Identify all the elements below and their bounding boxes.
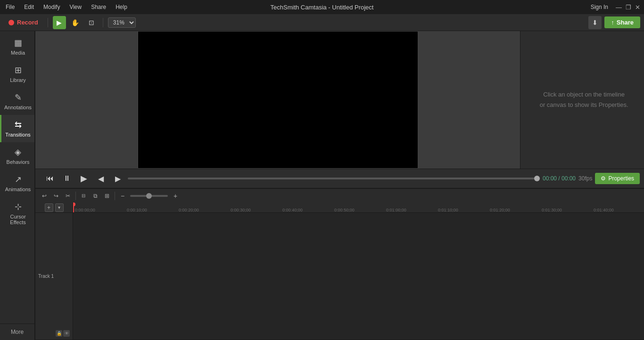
track-name: Track 1	[38, 274, 54, 279]
timeline-ruler: 0:00:00;00 0:00:10;00 0:00:20;00 0:00:30…	[73, 202, 644, 213]
zoom-out-button[interactable]: −	[117, 191, 128, 201]
copy-button[interactable]: ⧉	[90, 191, 100, 201]
ruler-marks: 0:00:00;00 0:00:10;00 0:00:20;00 0:00:30…	[75, 202, 644, 212]
play-button[interactable]: ▶	[77, 171, 91, 186]
ruler-mark-6: 0:01:00;00	[386, 208, 438, 212]
sidebar-item-transitions[interactable]: ⇆ Transitions	[0, 115, 34, 142]
toolbar-separator-2	[103, 18, 103, 27]
annotations-icon: ✎	[15, 92, 22, 103]
sidebar-item-annotations[interactable]: ✎ Annotations	[0, 88, 34, 115]
ruler-mark-2: 0:00:20;00	[179, 208, 231, 212]
menu-edit[interactable]: Edit	[22, 3, 36, 11]
properties-hint-line1: Click an object on the timeline	[543, 91, 625, 98]
menu-view[interactable]: View	[67, 3, 83, 11]
ruler-mark-3: 0:00:30;00	[231, 208, 282, 212]
toolbar-separator-1	[48, 18, 48, 27]
timeline: + ▾ Track 1 🔒 👁 0:00:00;00 0:00:10;00 0:…	[35, 202, 644, 340]
zoom-in-button[interactable]: +	[170, 191, 181, 201]
canvas-wrapper	[138, 31, 418, 169]
ruler-mark-0: 0:00:00;00	[75, 208, 127, 212]
menu-bar: File Edit Modify View Share Help	[4, 3, 129, 11]
menu-share[interactable]: Share	[89, 3, 108, 11]
track-labels-column: + ▾ Track 1 🔒 👁	[35, 202, 73, 340]
timeline-sep-2	[115, 192, 115, 200]
sidebar-behaviors-label: Behaviors	[7, 159, 30, 165]
sidebar-media-label: Media	[11, 50, 25, 56]
undo-button[interactable]: ↩	[39, 191, 50, 201]
sidebar-item-media[interactable]: ▦ Media	[0, 33, 34, 60]
properties-hint: Click an object on the timeline or canva…	[530, 80, 638, 120]
sign-in-button[interactable]: Sign In	[591, 4, 608, 10]
track-lock-button[interactable]: 🔒	[56, 330, 62, 337]
playback-controls: ⏮ ⏸ ▶ ◀ ▶ 00:00 / 00:00 30fps ⚙ Properti…	[35, 169, 644, 188]
redo-button[interactable]: ↪	[51, 191, 61, 201]
canvas-area	[35, 31, 520, 169]
download-button[interactable]: ⬇	[588, 16, 602, 29]
record-dot-icon	[8, 20, 14, 25]
split-button[interactable]: ⊟	[78, 191, 89, 201]
library-icon: ⊞	[15, 65, 22, 75]
pan-tool-button[interactable]: ✋	[69, 16, 82, 29]
minimize-button[interactable]: —	[616, 4, 622, 11]
collapse-tracks-button[interactable]: ▾	[55, 203, 64, 212]
layout-button[interactable]: ⊞	[102, 191, 112, 201]
playhead	[73, 202, 74, 212]
properties-panel: Click an object on the timeline or canva…	[520, 31, 644, 169]
timeline-sep-1	[75, 192, 76, 200]
select-tool-button[interactable]: ▶	[53, 16, 66, 29]
next-marker-button[interactable]: ▶	[111, 171, 125, 186]
close-button[interactable]: ✕	[635, 4, 640, 11]
title-bar: File Edit Modify View Share Help TechSmi…	[0, 0, 644, 14]
cut-button[interactable]: ✂	[63, 191, 73, 201]
behaviors-icon: ◈	[15, 147, 21, 157]
sidebar-annotations-label: Annotations	[4, 105, 32, 110]
properties-hint-line2: or canvas to show its Properties.	[540, 101, 628, 108]
track-content-row	[73, 213, 644, 340]
menu-modify[interactable]: Modify	[41, 3, 62, 11]
sidebar-transitions-label: Transitions	[5, 132, 30, 138]
main-content: ▦ Media ⊞ Library ✎ Annotations ⇆ Transi…	[0, 31, 644, 340]
transitions-icon: ⇆	[15, 120, 22, 130]
skip-back-button[interactable]: ⏮	[43, 171, 57, 186]
properties-btn-label: Properties	[608, 175, 634, 182]
cursor-effects-icon: ⊹	[15, 202, 22, 212]
animations-icon: ↗	[15, 174, 22, 185]
ruler-mark-8: 0:01:20;00	[490, 208, 542, 212]
ruler-mark-5: 0:00:50;00	[334, 208, 386, 212]
playback-time: 00:00 / 00:00	[543, 175, 576, 182]
zoom-slider-thumb	[146, 193, 152, 199]
menu-help[interactable]: Help	[114, 3, 129, 11]
prev-marker-button[interactable]: ◀	[94, 171, 108, 186]
zoom-slider[interactable]	[130, 195, 168, 197]
progress-bar[interactable]	[128, 178, 540, 179]
ruler-mark-4: 0:00:40;00	[282, 208, 334, 212]
record-button[interactable]: Record	[4, 17, 43, 28]
ruler-mark-9: 0:01:30;00	[542, 208, 594, 212]
share-label: Share	[617, 19, 634, 26]
properties-button[interactable]: ⚙ Properties	[595, 173, 640, 184]
track-hide-button[interactable]: 👁	[63, 330, 70, 337]
sidebar-item-cursor-effects[interactable]: ⊹ Cursor Effects	[0, 197, 34, 230]
sidebar-item-animations[interactable]: ↗ Animations	[0, 170, 34, 197]
frame-back-button[interactable]: ⏸	[60, 171, 74, 186]
maximize-button[interactable]: ❒	[626, 4, 631, 11]
add-track-button[interactable]: +	[45, 203, 53, 212]
sidebar-library-label: Library	[10, 77, 26, 83]
sidebar-item-behaviors[interactable]: ◈ Behaviors	[0, 142, 34, 170]
ruler-mark-1: 0:00:10;00	[127, 208, 179, 212]
sidebar-animations-label: Animations	[5, 186, 31, 192]
ruler-mark-10: 0:01:40;00	[594, 208, 644, 212]
sidebar-item-library[interactable]: ⊞ Library	[0, 60, 34, 88]
record-label: Record	[17, 19, 38, 26]
share-button[interactable]: ↑ Share	[604, 16, 640, 28]
progress-thumb	[534, 176, 540, 181]
ruler-mark-7: 0:01:10;00	[438, 208, 490, 212]
sidebar-more-button[interactable]: More	[0, 324, 34, 340]
menu-file[interactable]: File	[4, 3, 17, 11]
track-label-row: Track 1 🔒 👁	[35, 213, 73, 340]
zoom-select[interactable]: 31%	[108, 17, 136, 28]
timeline-right: 0:00:00;00 0:00:10;00 0:00:20;00 0:00:30…	[73, 202, 644, 340]
sidebar-cursor-effects-label: Cursor Effects	[4, 214, 32, 225]
gear-icon: ⚙	[601, 175, 606, 182]
crop-tool-button[interactable]: ⊡	[85, 16, 98, 29]
